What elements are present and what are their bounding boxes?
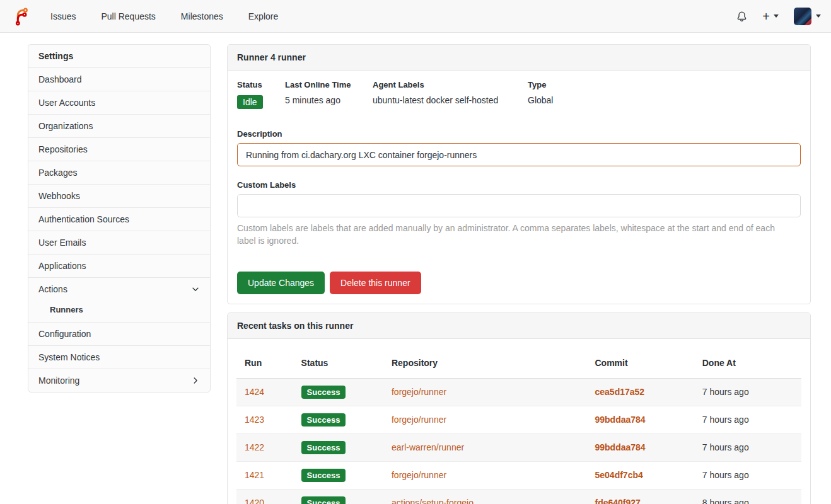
sidebar-item-user-accounts[interactable]: User Accounts — [28, 91, 210, 114]
recent-tasks-panel: Recent tasks on this runner Run Status R… — [227, 312, 811, 504]
sidebar-item-dashboard[interactable]: Dashboard — [28, 67, 210, 91]
run-link[interactable]: 1420 — [245, 498, 264, 504]
table-row: 1423 Success forgejo/runner 99bddaa784 7… — [236, 406, 801, 433]
description-label: Description — [237, 129, 801, 139]
repository-link[interactable]: forgejo/runner — [392, 415, 446, 425]
nav-link-explore[interactable]: Explore — [248, 11, 278, 21]
top-navbar: Issues Pull Requests Milestones Explore … — [0, 0, 831, 33]
done-at-value: 7 hours ago — [702, 442, 749, 452]
plus-icon: + — [762, 10, 770, 23]
column-header-repository: Repository — [383, 348, 587, 379]
commit-link[interactable]: 5e04df7cb4 — [595, 470, 643, 480]
repository-link[interactable]: forgejo/runner — [392, 470, 446, 480]
runner-last-online-col: Last Online Time 5 minutes ago — [285, 80, 360, 109]
sidebar-item-runners[interactable]: Runners — [28, 301, 210, 322]
custom-labels-input[interactable] — [237, 194, 801, 217]
column-header-status: Status — [293, 348, 383, 379]
status-badge: Idle — [237, 95, 263, 109]
status-badge: Success — [301, 386, 346, 399]
sidebar-item-authentication-sources[interactable]: Authentication Sources — [28, 207, 210, 231]
form-buttons-row: Update Changes Delete this runner — [237, 272, 801, 294]
sidebar-title: Settings — [28, 45, 210, 67]
custom-labels-label: Custom Labels — [237, 180, 801, 190]
nav-link-pull-requests[interactable]: Pull Requests — [101, 11, 155, 21]
status-badge: Success — [301, 496, 346, 504]
sidebar-item-configuration[interactable]: Configuration — [28, 322, 210, 345]
done-at-value: 7 hours ago — [702, 415, 749, 425]
done-at-value: 7 hours ago — [702, 470, 749, 480]
status-badge: Success — [301, 441, 346, 454]
sidebar-item-system-notices[interactable]: System Notices — [28, 345, 210, 369]
commit-link[interactable]: fde640f927 — [595, 498, 641, 504]
main-content: Runner 4 runner Status Idle Last Online … — [227, 44, 811, 504]
runner-detail-panel: Runner 4 runner Status Idle Last Online … — [227, 44, 811, 304]
type-label: Type — [528, 80, 553, 89]
table-row: 1424 Success forgejo/runner cea5d17a52 7… — [236, 378, 801, 406]
chevron-right-icon — [191, 376, 200, 385]
type-value: Global — [528, 95, 553, 105]
repository-link[interactable]: actions/setup-forgejo — [392, 498, 474, 504]
last-online-label: Last Online Time — [285, 80, 360, 89]
runner-status-col: Status Idle — [237, 80, 272, 109]
sidebar-item-actions-label: Actions — [38, 284, 67, 294]
sidebar-item-repositories[interactable]: Repositories — [28, 137, 210, 161]
recent-tasks-body: Run Status Repository Commit Done At 142… — [228, 339, 810, 504]
column-header-run: Run — [236, 348, 293, 379]
user-menu[interactable] — [794, 8, 821, 25]
page-container: Settings Dashboard User Accounts Organiz… — [0, 33, 831, 504]
sidebar-item-organizations[interactable]: Organizations — [28, 114, 210, 137]
nav-right-group: + — [736, 8, 821, 25]
tasks-table-header-row: Run Status Repository Commit Done At — [236, 348, 801, 379]
description-input[interactable] — [237, 143, 801, 166]
sidebar-item-applications[interactable]: Applications — [28, 254, 210, 277]
runner-edit-form: Description Custom Labels Custom labels … — [237, 129, 801, 294]
commit-link[interactable]: 99bddaa784 — [595, 442, 646, 452]
create-new-dropdown[interactable]: + — [762, 10, 779, 23]
last-online-value: 5 minutes ago — [285, 95, 360, 105]
run-link[interactable]: 1423 — [245, 415, 264, 425]
chevron-down-icon — [816, 14, 821, 18]
status-badge: Success — [301, 469, 346, 482]
status-label: Status — [237, 80, 272, 89]
sidebar-group-actions: Actions Runners — [28, 277, 210, 322]
description-field-group: Description — [237, 129, 801, 166]
done-at-value: 8 hours ago — [702, 498, 749, 504]
notifications-bell-icon[interactable] — [736, 11, 747, 22]
run-link[interactable]: 1424 — [245, 387, 264, 397]
done-at-value: 7 hours ago — [702, 387, 749, 397]
runner-agent-labels-col: Agent Labels ubuntu-latest docker self-h… — [373, 80, 515, 109]
chevron-down-icon — [191, 285, 200, 294]
runner-type-col: Type Global — [528, 80, 553, 109]
column-header-commit: Commit — [587, 348, 694, 379]
run-link[interactable]: 1422 — [245, 442, 264, 452]
sidebar-item-monitoring[interactable]: Monitoring — [28, 369, 210, 392]
agent-labels-value: ubuntu-latest docker self-hosted — [373, 95, 515, 105]
sidebar-item-webhooks[interactable]: Webhooks — [28, 184, 210, 207]
table-row: 1422 Success earl-warren/runner 99bddaa7… — [236, 433, 801, 461]
tasks-table: Run Status Repository Commit Done At 142… — [236, 348, 801, 504]
repository-link[interactable]: earl-warren/runner — [392, 442, 464, 452]
runner-panel-body: Status Idle Last Online Time 5 minutes a… — [228, 71, 810, 304]
update-changes-button[interactable]: Update Changes — [237, 272, 325, 294]
forgejo-logo-icon[interactable] — [11, 7, 30, 26]
runner-info-row: Status Idle Last Online Time 5 minutes a… — [237, 80, 801, 109]
commit-link[interactable]: 99bddaa784 — [595, 415, 646, 425]
status-badge: Success — [301, 413, 346, 427]
admin-settings-sidebar: Settings Dashboard User Accounts Organiz… — [28, 44, 211, 392]
table-row: 1420 Success actions/setup-forgejo fde64… — [236, 489, 801, 504]
sidebar-item-monitoring-label: Monitoring — [38, 375, 79, 386]
custom-labels-field-group: Custom Labels Custom labels are labels t… — [237, 180, 801, 248]
recent-tasks-title: Recent tasks on this runner — [228, 313, 810, 339]
nav-links: Issues Pull Requests Milestones Explore — [50, 11, 278, 21]
sidebar-item-packages[interactable]: Packages — [28, 161, 210, 184]
sidebar-item-user-emails[interactable]: User Emails — [28, 231, 210, 254]
sidebar-item-actions[interactable]: Actions — [28, 278, 210, 301]
nav-link-milestones[interactable]: Milestones — [181, 11, 223, 21]
run-link[interactable]: 1421 — [245, 470, 264, 480]
nav-link-issues[interactable]: Issues — [50, 11, 76, 21]
avatar — [794, 8, 811, 25]
delete-runner-button[interactable]: Delete this runner — [330, 272, 421, 294]
commit-link[interactable]: cea5d17a52 — [595, 387, 645, 397]
runner-panel-title: Runner 4 runner — [228, 45, 810, 71]
repository-link[interactable]: forgejo/runner — [392, 387, 446, 397]
